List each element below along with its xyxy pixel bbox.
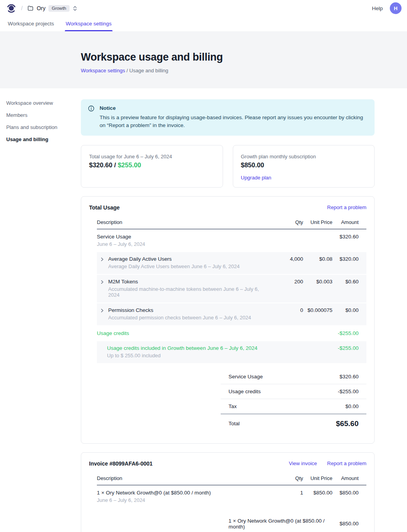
help-link[interactable]: Help (372, 5, 383, 11)
report-problem-link[interactable]: Report a problem (327, 204, 366, 210)
col-unit-price: Unit Price (303, 219, 332, 225)
breadcrumb: Workspace settings / Usage and billing (81, 68, 407, 73)
row-subtitle: June 6 – July 6, 2024 (97, 497, 268, 503)
row-qty: 200 (268, 279, 303, 285)
totals-row-line: 1 × Ory Network Growth@0 (at $850.00 / m… (221, 514, 366, 532)
table-row-m2m-tokens[interactable]: M2M Tokens Accumulated machine-to-machin… (97, 275, 366, 303)
totals-value: $850.00 (339, 521, 359, 527)
info-circle-icon (88, 105, 95, 112)
row-amount: $850.00 (332, 490, 366, 496)
notice-title: Notice (100, 104, 368, 113)
row-qty: 1 (268, 490, 303, 496)
row-title: Usage credits (97, 330, 268, 336)
row-unit-price: $850.00 (303, 490, 332, 496)
page-header: Workspace usage and billing Workspace se… (0, 31, 407, 88)
row-qty: 4,000 (268, 256, 303, 262)
plan-amount: $850.00 (241, 161, 367, 169)
invoice-totals: 1 × Ory Network Growth@0 (at $850.00 / m… (221, 514, 366, 532)
usage-table-header: Description Qty Unit Price Amount (97, 219, 366, 229)
tab-workspace-settings[interactable]: Workspace settings (65, 16, 112, 31)
row-unit-price: $0.08 (303, 256, 332, 262)
sidebar-item-workspace-overview[interactable]: Workspace overview (6, 98, 75, 108)
totals-row-tax: Tax $0.00 (221, 399, 366, 414)
usage-panel-title: Total Usage (89, 204, 120, 211)
chevron-right-icon[interactable] (100, 308, 104, 313)
invoice-title: Invoice #8099AFA6-0001 (89, 460, 153, 467)
row-amount: $0.60 (332, 279, 366, 285)
row-subtitle: Average Daily Active Users between June … (108, 263, 240, 269)
totals-label: Service Usage (228, 374, 263, 380)
workspace-switcher[interactable]: Ory Growth (27, 5, 77, 12)
row-title: M2M Tokens (108, 279, 268, 285)
row-amount: -$255.00 (332, 330, 366, 336)
usage-amount: $320.60 (89, 161, 112, 168)
top-bar: / Ory Growth Help H (0, 0, 407, 16)
row-amount: -$255.00 (332, 345, 366, 351)
row-title: Service Usage (97, 234, 268, 240)
col-description: Description (97, 219, 268, 225)
invoice-table-header: Description Qty Unit Price Amount (97, 475, 366, 485)
ory-logo-icon[interactable] (6, 3, 16, 14)
total-usage-panel: Total Usage Report a problem Description… (81, 196, 375, 444)
totals-row-usage-credits: Usage credits -$255.00 (221, 384, 366, 399)
total-usage-card: Total usage for June 6 – July 6, 2024 $3… (81, 145, 223, 188)
table-row-permission-checks[interactable]: Permission Checks Accumulated permission… (97, 303, 366, 325)
row-amount: $320.60 (332, 234, 366, 240)
row-subtitle: Accumulated machine-to-machine tokens be… (108, 286, 268, 298)
row-title: Usage credits included in Growth between… (107, 345, 268, 351)
view-invoice-link[interactable]: View invoice (289, 460, 317, 466)
breadcrumb-current: / Usage and billing (127, 68, 168, 73)
report-problem-link[interactable]: Report a problem (327, 460, 366, 466)
col-unit-price: Unit Price (303, 475, 332, 481)
totals-row-service-usage: Service Usage $320.60 (221, 369, 366, 384)
chevron-right-icon[interactable] (100, 280, 104, 284)
settings-sidebar: Workspace overview Members Plans and sub… (6, 98, 75, 146)
workspace-name: Ory (37, 5, 46, 11)
col-amount: Amount (332, 475, 366, 481)
usage-credit-amount: $255.00 (118, 161, 141, 168)
row-unit-price: $0.003 (303, 279, 332, 285)
totals-value: $0.00 (345, 403, 359, 409)
workspace-tabs: Workspace projects Workspace settings (0, 16, 407, 31)
totals-row-total: Total $65.60 (221, 414, 366, 433)
total-usage-value: $320.60 / $255.00 (89, 161, 215, 169)
notice-body: This is a preview feature for displaying… (100, 114, 368, 130)
sidebar-item-usage-billing[interactable]: Usage and billing (6, 134, 75, 144)
tab-workspace-projects[interactable]: Workspace projects (7, 16, 55, 31)
upgrade-plan-link[interactable]: Upgrade plan (241, 175, 271, 181)
totals-label: Tax (228, 403, 237, 409)
chevron-right-icon[interactable] (100, 257, 104, 262)
totals-label: Total (228, 421, 240, 426)
avatar[interactable]: H (390, 2, 402, 14)
table-row-usage-credits: Usage credits -$255.00 (97, 325, 366, 341)
table-row-invoice-line: 1 × Ory Network Growth@0 (at $850.00 / m… (97, 485, 366, 507)
row-unit-price: $0.000075 (303, 307, 332, 313)
breadcrumb-settings-link[interactable]: Workspace settings (81, 68, 125, 73)
plan-subscription-card: Growth plan monthly subscription $850.00… (233, 145, 375, 188)
row-title: Average Daily Active Users (108, 256, 240, 262)
row-title: Permission Checks (108, 307, 251, 313)
col-qty: Qty (268, 475, 303, 481)
chevron-up-down-icon[interactable] (73, 5, 77, 11)
invoice-panel: Invoice #8099AFA6-0001 View invoice Repo… (81, 452, 375, 532)
row-amount: $0.00 (332, 307, 366, 313)
row-title: 1 × Ory Network Growth@0 (at $850.00 / m… (97, 490, 268, 496)
row-subtitle: June 6 – July 6, 2024 (97, 241, 268, 247)
sidebar-item-members[interactable]: Members (6, 110, 75, 120)
col-amount: Amount (332, 219, 366, 225)
row-qty: 0 (268, 307, 303, 313)
sidebar-item-plans-subscription[interactable]: Plans and subscription (6, 122, 75, 132)
preview-notice: Notice This is a preview feature for dis… (81, 99, 375, 136)
table-row-service-usage: Service Usage June 6 – July 6, 2024 $320… (97, 229, 366, 251)
usage-separator: / (112, 161, 118, 168)
row-subtitle: Accumulated permission checks between Ju… (108, 315, 251, 321)
table-row-usage-credits-detail: Usage credits included in Growth between… (97, 341, 366, 363)
totals-value: $320.60 (339, 374, 359, 380)
totals-label: Usage credits (228, 389, 261, 394)
table-row-average-daily-active-users[interactable]: Average Daily Active Users Average Daily… (97, 252, 366, 274)
folder-icon (27, 5, 34, 11)
col-qty: Qty (268, 219, 303, 225)
total-usage-label: Total usage for June 6 – July 6, 2024 (89, 154, 215, 159)
row-subtitle: Up to $ 255.00 included (107, 353, 268, 358)
plan-badge: Growth (48, 5, 69, 12)
